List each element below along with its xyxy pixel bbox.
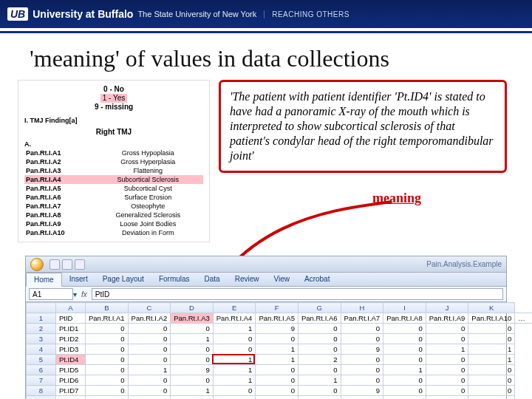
fx-icon[interactable]: fx <box>81 290 87 299</box>
ribbon-tabs[interactable]: HomeInsertPage LayoutFormulasDataReviewV… <box>26 273 506 287</box>
tab-view[interactable]: View <box>266 273 297 286</box>
university-name: University at Buffalo <box>33 8 133 20</box>
office-button-icon[interactable] <box>30 258 44 271</box>
spreadsheet-grid[interactable]: ABCDEFGHIJK1PtIDPan.Rt.I.A1Pan.Rt.I.A2Pa… <box>26 302 506 399</box>
excel-titlebar: Pain.Analysis.Example <box>26 256 506 273</box>
meaning-label: meaning <box>372 191 421 206</box>
workbook-title: Pain.Analysis.Example <box>426 260 502 268</box>
name-box[interactable]: A1 <box>29 288 73 300</box>
tab-acrobat[interactable]: Acrobat <box>297 273 337 286</box>
ub-header: UB University at Buffalo The State Unive… <box>0 0 532 28</box>
tab-home[interactable]: Home <box>26 273 62 287</box>
excel-window: Pain.Analysis.Example HomeInsertPage Lay… <box>25 256 507 399</box>
tab-insert[interactable]: Insert <box>62 273 95 286</box>
quick-access-toolbar[interactable] <box>50 259 85 270</box>
meaning-callout: 'The patient with patient identifier 'Pt… <box>219 80 507 173</box>
codebook-panel: 0 - No 1 - Yes 9 - missing I. TMJ Findin… <box>18 80 210 242</box>
formula-bar[interactable]: PtID <box>92 288 503 300</box>
namebox-dropdown-icon[interactable]: ▾ <box>73 290 77 299</box>
tab-data[interactable]: Data <box>197 273 228 286</box>
slide-title: 'meaning' of values in data collections <box>0 33 532 80</box>
tab-formulas[interactable]: Formulas <box>151 273 197 286</box>
suny-text: The State University of New York <box>137 10 256 18</box>
reaching-others: REACHING OTHERS <box>264 10 349 18</box>
ub-logo: UB University at Buffalo The State Unive… <box>7 7 256 21</box>
ub-mark: UB <box>7 7 28 21</box>
legend: 0 - No 1 - Yes 9 - missing <box>24 85 203 112</box>
tab-review[interactable]: Review <box>228 273 267 286</box>
tab-page-layout[interactable]: Page Layout <box>95 273 151 286</box>
